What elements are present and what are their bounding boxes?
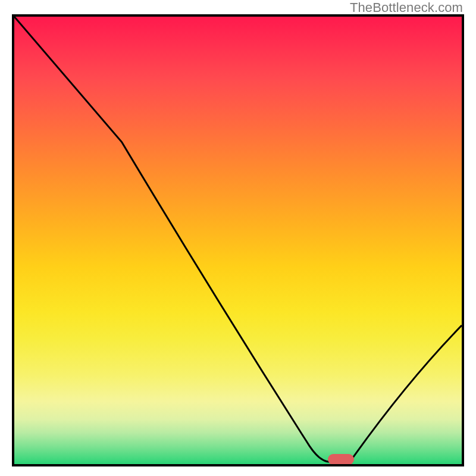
chart-marker <box>328 454 354 465</box>
watermark-text: TheBottleneck.com <box>350 0 463 15</box>
line-series-curve <box>14 17 462 462</box>
chart-frame <box>12 14 464 466</box>
chart-line <box>14 17 462 464</box>
